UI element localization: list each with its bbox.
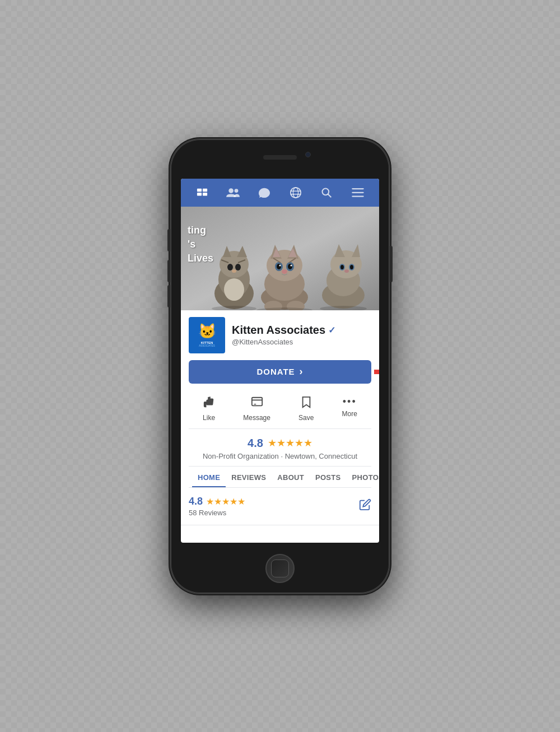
cover-text: ting 's Lives	[188, 223, 213, 266]
svg-point-7	[293, 187, 298, 197]
svg-point-37	[288, 264, 292, 269]
svg-rect-59	[251, 397, 262, 405]
svg-point-52	[340, 265, 344, 269]
speaker	[263, 155, 297, 160]
rating-description: Non-Profit Organization · Newtown, Conne…	[197, 452, 363, 460]
message-label: Message	[243, 414, 270, 422]
camera	[305, 152, 311, 157]
tab-photos[interactable]: PHOTOS	[347, 467, 379, 487]
svg-point-21	[227, 264, 233, 271]
nav-search-icon[interactable]	[316, 183, 337, 203]
tab-reviews[interactable]: REVIEWS	[226, 467, 272, 487]
nav-messages-icon[interactable]	[254, 183, 274, 203]
tab-home[interactable]: HOME	[192, 467, 226, 487]
profile-avatar: 🐱 KITTEN ASSOCIATES	[189, 317, 225, 353]
svg-line-11	[328, 194, 332, 197]
svg-point-40	[282, 269, 287, 274]
svg-point-6	[291, 187, 301, 197]
edit-review-button[interactable]	[359, 498, 371, 514]
save-button[interactable]: Save	[298, 396, 314, 422]
nav-friends-icon[interactable]	[223, 183, 243, 203]
profile-section: 🐱 KITTEN ASSOCIATES Kitten Associates ✓ …	[181, 310, 379, 488]
svg-point-38	[279, 264, 281, 266]
nav-home-icon[interactable]	[192, 183, 212, 203]
svg-rect-3	[203, 193, 207, 195]
nav-globe-icon[interactable]	[286, 183, 306, 203]
svg-point-39	[291, 264, 292, 266]
svg-marker-58	[374, 366, 379, 377]
svg-point-23	[232, 269, 236, 273]
more-label: More	[342, 410, 357, 418]
svg-point-36	[277, 264, 281, 269]
profile-handle: @KittenAssociates	[232, 338, 371, 346]
verified-badge: ✓	[328, 325, 335, 335]
like-button[interactable]: Like	[203, 396, 215, 422]
phone-shell: ting 's Lives 🐱 KITTEN ASSOCIATES	[171, 139, 389, 593]
donate-button[interactable]: DONATE ›	[189, 360, 371, 384]
reviews-score: 4.8	[189, 496, 203, 507]
red-arrow-indicator	[374, 364, 379, 380]
cover-photo: ting 's Lives	[181, 207, 379, 310]
svg-point-5	[235, 189, 239, 193]
svg-rect-13	[352, 192, 364, 193]
tab-bar: HOME REVIEWS ABOUT POSTS PHOTOS	[189, 467, 371, 488]
facebook-app: ting 's Lives 🐱 KITTEN ASSOCIATES	[181, 179, 379, 543]
reviews-section: 4.8 ★★★★★ 58 Reviews	[181, 488, 379, 525]
rating-stars: ★★★★★	[268, 437, 312, 449]
reviews-count: 58 Reviews	[189, 509, 359, 517]
svg-rect-0	[197, 188, 202, 191]
tab-posts[interactable]: POSTS	[310, 467, 347, 487]
svg-point-26	[224, 278, 244, 301]
reviews-rating-row: 4.8 ★★★★★	[189, 496, 359, 507]
donate-container: DONATE ›	[189, 360, 371, 384]
svg-rect-12	[352, 188, 364, 189]
message-button[interactable]: Message	[243, 396, 270, 422]
save-icon	[301, 396, 311, 412]
reviews-stars: ★★★★★	[206, 496, 245, 507]
rating-row: 4.8 ★★★★★	[197, 437, 363, 450]
profile-info: Kitten Associates ✓ @KittenAssociates	[232, 324, 371, 346]
svg-point-54	[344, 269, 349, 273]
facebook-navbar	[181, 179, 379, 207]
rating-number: 4.8	[248, 437, 263, 450]
nav-menu-icon[interactable]	[348, 183, 368, 203]
rating-section: 4.8 ★★★★★ Non-Profit Organization · Newt…	[189, 429, 371, 467]
svg-rect-14	[352, 195, 364, 197]
home-button-inner	[271, 560, 289, 577]
reviews-info: 4.8 ★★★★★ 58 Reviews	[189, 496, 359, 517]
svg-point-22	[235, 264, 241, 271]
action-row: Like Message	[189, 391, 371, 429]
svg-rect-1	[203, 188, 207, 191]
svg-point-10	[323, 188, 329, 195]
more-button[interactable]: ••• More	[342, 396, 357, 422]
arrow-svg	[374, 364, 379, 380]
svg-point-53	[350, 265, 353, 269]
screen: ting 's Lives 🐱 KITTEN ASSOCIATES	[181, 179, 379, 543]
like-label: Like	[203, 414, 215, 422]
svg-point-4	[229, 188, 234, 193]
profile-header: 🐱 KITTEN ASSOCIATES Kitten Associates ✓ …	[189, 317, 371, 353]
like-icon	[203, 396, 215, 412]
save-label: Save	[298, 414, 314, 422]
home-button[interactable]	[265, 554, 295, 583]
tab-about[interactable]: ABOUT	[272, 467, 310, 487]
svg-rect-2	[197, 193, 202, 195]
more-icon: •••	[343, 396, 357, 408]
profile-name: Kitten Associates ✓	[232, 324, 371, 337]
donate-chevron: ›	[300, 366, 304, 377]
message-icon	[251, 396, 263, 412]
